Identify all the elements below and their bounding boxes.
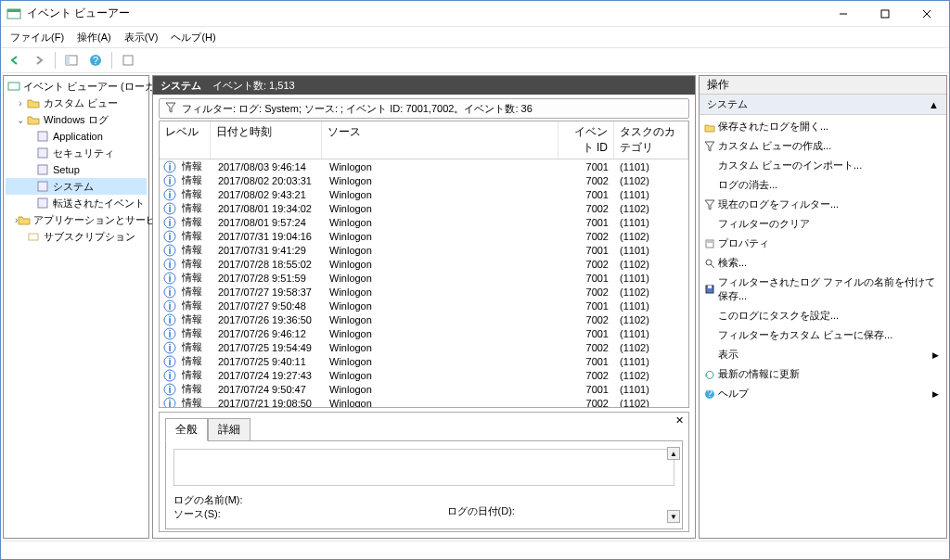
scroll-up-button[interactable]: ▲ [667,447,680,460]
event-row[interactable]: i情報2017/07/24 9:50:47Winlogon7001(1101) [160,382,688,396]
menu-action[interactable]: 操作(A) [71,28,117,47]
tree-system[interactable]: システム [6,178,147,195]
cell-source: Winlogon [324,273,558,284]
tree-forwarded[interactable]: 転送されたイベント [6,195,147,211]
col-source[interactable]: ソース [322,121,558,159]
event-list[interactable]: レベル 日付と時刻 ソース イベント ID タスクのカテゴリ i情報2017/0… [159,121,689,408]
tree-setup[interactable]: Setup [6,161,147,178]
action-item[interactable]: このログにタスクを設定... [700,306,946,325]
expand-icon[interactable]: › [15,98,26,108]
events-count: イベント数: 1,513 [212,79,295,93]
action-label: 最新の情報に更新 [718,367,800,381]
tree-windows-logs[interactable]: ⌄ Windows ログ [6,111,147,128]
statusbar [1,541,949,559]
collapse-icon[interactable]: ▲ [929,99,939,110]
event-row[interactable]: i情報2017/07/24 19:27:43Winlogon7002(1102) [160,368,688,382]
actions-pane: 操作 システム ▲ 保存されたログを開く...カスタム ビューの作成...カスタ… [699,75,947,539]
detail-pane: ✕ 全般 詳細 ログの名前(M): ソース(S): ログの日付(D) [159,412,689,532]
action-item[interactable]: 表示▶ [700,345,946,364]
action-item[interactable]: プロパティ [700,234,946,253]
cell-date: 2017/07/31 9:41:29 [212,245,324,256]
maximize-button[interactable] [864,2,905,26]
tree-root[interactable]: イベント ビューアー (ローカル) [6,78,147,95]
menu-help[interactable]: ヘルプ(H) [165,28,221,47]
minimize-button[interactable] [822,2,864,26]
event-row[interactable]: i情報2017/07/26 19:36:50Winlogon7002(1102) [160,312,688,326]
action-item[interactable]: フィルターのクリア [700,214,946,234]
cell-level: 情報 [176,271,212,285]
tree-label: セキュリティ [53,146,114,160]
action-item[interactable]: 検索... [700,253,946,273]
action-item[interactable]: 保存されたログを開く... [700,117,946,136]
cell-id: 7002 [558,342,614,353]
svg-rect-14 [38,165,47,174]
action-item[interactable]: 最新の情報に更新 [700,364,946,384]
action-item[interactable]: ログの消去... [700,175,946,195]
event-row[interactable]: i情報2017/08/01 9:57:24Winlogon7001(1101) [160,215,688,229]
back-button[interactable] [5,50,25,70]
tab-details[interactable]: 詳細 [208,418,250,440]
menu-file[interactable]: ファイル(F) [5,28,70,47]
tree-label: Windows ログ [44,113,109,127]
tab-general[interactable]: 全般 [165,418,208,441]
forward-button[interactable] [29,50,49,70]
cell-cat: (1101) [614,328,688,339]
event-row[interactable]: i情報2017/07/27 9:50:48Winlogon7001(1101) [160,299,688,312]
close-button[interactable] [905,2,947,26]
cell-date: 2017/07/25 19:54:49 [212,342,324,353]
refresh-button[interactable] [118,50,138,70]
col-level[interactable]: レベル [160,121,211,159]
col-id[interactable]: イベント ID [558,121,614,159]
action-item[interactable]: ?ヘルプ▶ [700,384,946,403]
action-item[interactable]: 現在のログをフィルター... [700,195,946,214]
action-item[interactable]: フィルターをカスタム ビューに保存... [700,325,946,345]
svg-rect-11 [8,83,19,90]
action-item[interactable]: フィルターされたログ ファイルの名前を付けて保存... [700,273,946,306]
cell-id: 7001 [558,300,614,312]
actions-subheader: システム ▲ [700,95,946,115]
action-item[interactable]: カスタム ビューの作成... [700,136,946,156]
event-row[interactable]: i情報2017/07/25 19:54:49Winlogon7002(1102) [160,340,688,354]
info-icon: i [163,244,176,257]
tree-label: カスタム ビュー [44,96,118,110]
event-row[interactable]: i情報2017/07/28 9:51:59Winlogon7001(1101) [160,271,688,285]
cell-cat: (1101) [614,189,688,200]
collapse-icon[interactable]: ⌄ [15,115,26,125]
svg-text:i: i [168,300,171,312]
show-tree-button[interactable] [61,50,82,70]
col-date[interactable]: 日付と時刻 [211,121,322,159]
action-item[interactable]: カスタム ビューのインポート... [700,156,946,175]
event-row[interactable]: i情報2017/07/25 9:40:11Winlogon7001(1101) [160,354,688,368]
cell-source: Winlogon [324,314,558,325]
event-row[interactable]: i情報2017/07/28 18:55:02Winlogon7002(1102) [160,257,688,271]
tree-application[interactable]: Application [6,128,147,145]
event-row[interactable]: i情報2017/08/01 19:34:02Winlogon7002(1102) [160,201,688,215]
menu-view[interactable]: 表示(V) [119,28,164,47]
tree-subscriptions[interactable]: サブスクリプション [6,228,147,245]
logname-label: ログの名前(M): [173,493,243,507]
event-row[interactable]: i情報2017/07/31 19:04:16Winlogon7002(1102) [160,229,688,243]
scroll-down-button[interactable]: ▼ [667,510,680,523]
event-row[interactable]: i情報2017/08/02 9:43:21Winlogon7001(1101) [160,187,688,201]
info-icon: i [163,397,176,409]
svg-rect-7 [66,56,70,65]
event-row[interactable]: i情報2017/08/03 9:46:14Winlogon7001(1101) [160,159,688,173]
event-row[interactable]: i情報2017/07/26 9:46:12Winlogon7001(1101) [160,326,688,340]
cell-cat: (1101) [614,161,688,172]
tree-custom-views[interactable]: › カスタム ビュー [6,95,147,111]
cell-id: 7001 [558,245,614,256]
event-row[interactable]: i情報2017/07/31 9:41:29Winlogon7001(1101) [160,243,688,257]
tree-label: システム [53,180,94,194]
cell-date: 2017/07/27 9:50:48 [212,300,324,312]
detail-close-button[interactable]: ✕ [672,414,687,429]
col-cat[interactable]: タスクのカテゴリ [614,121,688,159]
event-row[interactable]: i情報2017/07/21 19:08:50Winlogon7002(1102) [160,396,688,408]
tree-security[interactable]: セキュリティ [6,145,147,161]
event-row[interactable]: i情報2017/08/02 20:03:31Winlogon7002(1102) [160,173,688,187]
svg-text:i: i [168,245,171,256]
action-label: カスタム ビューの作成... [718,139,831,153]
help-button[interactable]: ? [85,50,106,70]
event-row[interactable]: i情報2017/07/27 19:58:37Winlogon7002(1102) [160,285,688,299]
action-label: 検索... [718,256,747,270]
tree-app-services[interactable]: › アプリケーションとサービス ログ [6,211,147,228]
